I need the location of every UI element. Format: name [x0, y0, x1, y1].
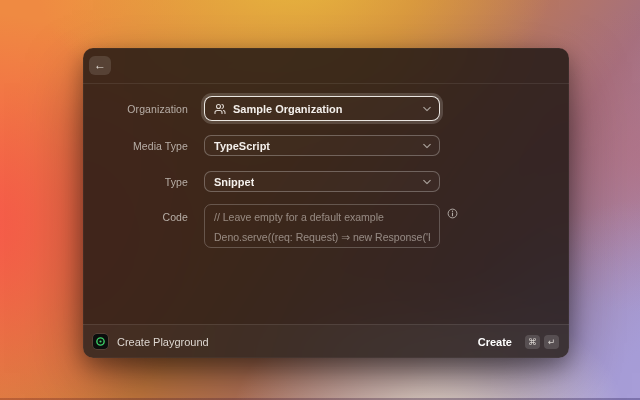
dialog-header: ← — [83, 48, 569, 84]
type-label: Type — [83, 176, 188, 188]
code-label: Code — [83, 211, 188, 223]
back-button[interactable]: ← — [89, 56, 111, 75]
media-type-label: Media Type — [83, 140, 188, 152]
organization-value: Sample Organization — [233, 103, 342, 115]
code-placeholder-line1: // Leave empty for a default example — [214, 211, 430, 223]
type-value: Snippet — [214, 176, 254, 188]
chevron-down-icon — [423, 143, 431, 148]
code-row: Code // Leave empty for a default exampl… — [83, 204, 569, 248]
footer-title: Create Playground — [117, 336, 209, 348]
back-arrow-icon: ← — [94, 56, 106, 75]
media-type-row: Media Type TypeScript — [83, 135, 569, 156]
footer-brand: Create Playground — [93, 334, 209, 349]
media-type-select[interactable]: TypeScript — [204, 135, 440, 156]
deno-logo-icon — [93, 334, 108, 349]
command-key-icon: ⌘ — [525, 335, 540, 349]
media-type-value: TypeScript — [214, 140, 270, 152]
organization-label: Organization — [83, 103, 188, 115]
organization-select[interactable]: Sample Organization — [204, 96, 440, 121]
type-row: Type Snippet — [83, 171, 569, 192]
organization-row: Organization Sample Organization — [83, 96, 569, 121]
dialog-footer: Create Playground Create ⌘ ↵ — [83, 324, 569, 358]
info-icon[interactable] — [447, 208, 458, 219]
type-select[interactable]: Snippet — [204, 171, 440, 192]
create-button[interactable]: Create — [478, 336, 512, 348]
users-icon — [214, 103, 226, 115]
chevron-down-icon — [423, 179, 431, 184]
chevron-down-icon — [423, 106, 431, 111]
code-input[interactable]: // Leave empty for a default example Den… — [204, 204, 440, 248]
enter-key-icon: ↵ — [544, 335, 559, 349]
code-placeholder-line2: Deno.serve((req: Request) ⇒ new Response… — [214, 231, 430, 243]
create-playground-dialog: ← Organization Sample Organization Media… — [83, 48, 569, 358]
